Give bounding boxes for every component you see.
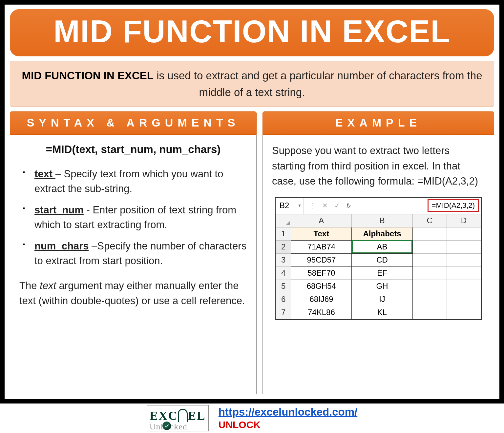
footer-tag: UNLOCK [219,419,261,430]
arg-numchars: num_chars –Specify the number of charact… [21,239,247,268]
cell-b5[interactable]: GH [352,280,412,293]
cell-c5[interactable] [412,280,447,293]
col-header-d[interactable]: D [447,214,481,227]
arg-numchars-name: num_chars [34,240,89,252]
cell-d4[interactable] [447,266,481,280]
note-pre: The [19,280,40,291]
formula-input[interactable]: =MID(A2,3,2) [428,199,479,212]
cell-d5[interactable] [447,280,481,293]
cell-c2[interactable] [412,240,447,253]
select-all-corner[interactable] [276,214,291,227]
cell-c3[interactable] [412,253,447,266]
cell-b7[interactable]: KL [352,306,412,319]
footer-link[interactable]: https://excelunlocked.com/ [219,406,358,418]
spreadsheet: A B C D 1 Text Alphabets [276,214,481,319]
example-text: Suppose you want to extract two letters … [272,143,485,189]
cell-d1[interactable] [447,227,481,240]
cell-a7[interactable]: 74KL86 [291,306,352,319]
example-body: Suppose you want to extract two letters … [262,135,494,394]
syntax-body: =MID(text, start_num, num_chars) text – … [10,135,257,394]
arg-startnum: start_num - Enter position of text strin… [21,203,247,232]
row-header[interactable]: 3 [276,253,291,266]
cell-a5[interactable]: 68GH54 [291,280,352,293]
enter-icon[interactable]: ✓ [334,202,340,209]
intro-rest: is used to extract and get a particular … [154,69,482,98]
cell-d6[interactable] [447,293,481,306]
row-header[interactable]: 2 [276,240,291,253]
cell-c7[interactable] [412,306,447,319]
divider-icon: ⋮ [309,202,316,209]
page-title: MID FUNCTION IN EXCEL [13,16,491,47]
syntax-note: The text argument may either manually en… [19,278,247,309]
cell-d2[interactable] [447,240,481,253]
cell-a2[interactable]: 71AB74 [291,240,352,253]
arg-text: text – Specify text from which you want … [21,167,247,196]
syntax-formula: =MID(text, start_num, num_chars) [19,143,247,156]
example-header: EXAMPLE [262,111,494,135]
cell-c1[interactable] [412,227,447,240]
arg-text-desc: – Specify text from which you want to ex… [34,168,223,194]
col-header-c[interactable]: C [412,214,447,227]
logo: EXCEL Unlcked [147,405,209,431]
fx-buttons: ⋮ ✕ ✓ fx [304,202,356,209]
arg-startnum-name: start_num [34,204,84,216]
cell-a4[interactable]: 58EF70 [291,266,352,280]
cell-b2[interactable]: AB [352,240,412,253]
excel-screenshot: B2 ▼ ⋮ ✕ ✓ fx =MID(A2,3,2) [275,197,482,320]
name-box[interactable]: B2 ▼ [276,198,304,214]
fx-icon[interactable]: fx [346,202,351,209]
dropdown-icon: ▼ [298,203,302,208]
note-ital: text [40,280,56,291]
cell-c6[interactable] [412,293,447,306]
cell-d3[interactable] [447,253,481,266]
col-header-a[interactable]: A [291,214,352,227]
syntax-header: SYNTAX & ARGUMENTS [10,111,257,135]
title-banner: MID FUNCTION IN EXCEL [10,9,494,56]
row-header[interactable]: 6 [276,293,291,306]
cell-b3[interactable]: CD [352,253,412,266]
cell-b4[interactable]: EF [352,266,412,280]
cell-c4[interactable] [412,266,447,280]
cell-a3[interactable]: 95CD57 [291,253,352,266]
arg-text-name: text [34,168,55,180]
cell-a6[interactable]: 68IJ69 [291,293,352,306]
row-header[interactable]: 1 [276,227,291,240]
cell-d7[interactable] [447,306,481,319]
row-header[interactable]: 4 [276,266,291,280]
footer: EXCEL Unlcked https://excelunlocked.com/… [0,403,504,433]
row-header[interactable]: 7 [276,306,291,319]
col-header-b[interactable]: B [352,214,412,227]
cell-a1[interactable]: Text [291,227,352,240]
logo-line1: EXCEL [150,407,206,422]
lock-icon [162,422,171,430]
cancel-icon[interactable]: ✕ [322,202,328,209]
intro-box: MID FUNCTION IN EXCEL is used to extract… [10,61,494,107]
cell-b6[interactable]: IJ [352,293,412,306]
cell-b1[interactable]: Alphabets [352,227,412,240]
formula-bar: B2 ▼ ⋮ ✕ ✓ fx =MID(A2,3,2) [276,198,481,214]
row-header[interactable]: 5 [276,280,291,293]
intro-lead: MID FUNCTION IN EXCEL [22,69,154,82]
name-box-value: B2 [280,201,289,210]
